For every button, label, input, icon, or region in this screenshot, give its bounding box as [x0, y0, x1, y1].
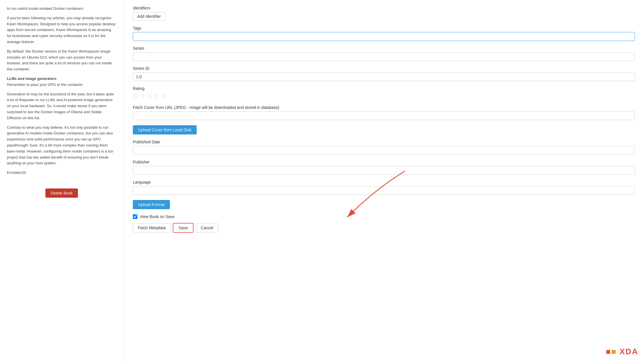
published-date-input[interactable] — [133, 146, 635, 155]
star-3[interactable]: ☆ — [147, 93, 152, 100]
upload-cover-button[interactable]: Upload Cover from Local Disk — [133, 125, 197, 134]
annotation-arrow — [290, 165, 434, 229]
published-date-section: Published Date — [133, 140, 635, 155]
rating-label: Rating — [133, 86, 635, 91]
language-input[interactable] — [133, 186, 635, 195]
star-1[interactable]: ☆ — [133, 93, 139, 100]
tags-label: Tags — [133, 26, 635, 30]
view-book-on-save-row: View Book on Save — [133, 214, 635, 219]
series-input[interactable] — [133, 52, 635, 61]
action-buttons: Fetch Metadata Save Cancel — [133, 223, 635, 233]
identifiers-label: Identifiers — [133, 6, 635, 10]
star-2[interactable]: ☆ — [140, 93, 145, 100]
rating-section: Rating ☆ ☆ ☆ ☆ ☆ — [133, 86, 635, 100]
fetch-metadata-button[interactable]: Fetch Metadata — [133, 223, 170, 232]
published-date-label: Published Date — [133, 140, 635, 144]
emulatorjs-text: EmulatorJS — [7, 170, 116, 176]
generative-ai-text: Generative AI may be the buzzword of the… — [7, 91, 116, 121]
fetch-cover-section: Fetch Cover from URL (JPEG - Image will … — [133, 105, 635, 120]
publisher-input[interactable] — [133, 166, 635, 175]
intro-text-2: If you've been following my articles, yo… — [7, 15, 116, 45]
llm-heading: LLMs and image generatorsRemember to pas… — [7, 76, 116, 88]
upload-format-button[interactable]: Upload Format — [133, 200, 170, 209]
xdr-logo: ■■ XDA — [606, 347, 638, 356]
series-label: Series — [133, 46, 635, 51]
series-id-section: Series ID — [133, 66, 635, 81]
upload-format-section: Upload Format — [133, 200, 635, 209]
fetch-cover-input[interactable] — [133, 111, 635, 120]
contrary-text: Contrary to what you may believe, it's n… — [7, 125, 116, 167]
publisher-section: Publisher — [133, 160, 635, 175]
intro-text-3: By default, the Docker version of the Ka… — [7, 49, 116, 72]
series-section: Series — [133, 46, 635, 61]
language-section: Language — [133, 180, 635, 195]
star-4[interactable]: ☆ — [154, 93, 159, 100]
save-button[interactable]: Save — [173, 223, 193, 233]
fetch-cover-label: Fetch Cover from URL (JPEG - Image will … — [133, 105, 635, 110]
identifiers-section: Identifiers Add Identifier — [133, 6, 635, 21]
view-book-on-save-label: View Book on Save — [140, 214, 175, 219]
rating-stars[interactable]: ☆ ☆ ☆ ☆ ☆ — [133, 93, 635, 100]
series-id-input[interactable] — [133, 72, 635, 81]
cancel-button[interactable]: Cancel — [196, 223, 218, 232]
view-book-on-save-checkbox[interactable] — [133, 214, 137, 219]
language-label: Language — [133, 180, 635, 184]
star-5[interactable]: ☆ — [160, 93, 166, 100]
series-id-label: Series ID — [133, 66, 635, 71]
intro-text-1: to run useful inside isolated Docker con… — [7, 6, 116, 12]
tags-section: Tags — [133, 26, 635, 41]
tags-input[interactable] — [133, 32, 635, 41]
delete-book-button[interactable]: Delete Book — [45, 188, 78, 198]
add-identifier-button[interactable]: Add Identifier — [133, 12, 165, 21]
upload-cover-section: Upload Cover from Local Disk — [133, 125, 635, 134]
right-panel: Identifiers Add Identifier Tags Series S… — [124, 0, 644, 362]
publisher-label: Publisher — [133, 160, 635, 164]
left-panel: to run useful inside isolated Docker con… — [0, 0, 124, 362]
